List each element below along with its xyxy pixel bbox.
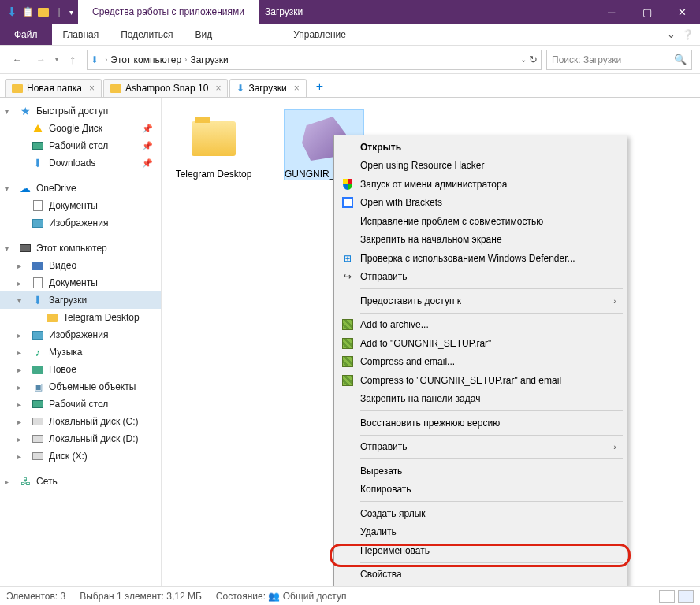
tree-downloads-ru[interactable]: ⬇Загрузки <box>0 291 161 309</box>
address-bar[interactable]: ⬇ › Этот компьютер › Загрузки ⌄ ↻ <box>87 50 542 70</box>
ctx-resource-hacker[interactable]: Open using Resource Hacker <box>337 157 624 176</box>
refresh-icon[interactable]: ↻ <box>529 54 538 65</box>
ctx-share-access[interactable]: Предоставить доступ к› <box>337 291 624 310</box>
ctx-send-to[interactable]: Отправить› <box>337 438 624 457</box>
ctx-defender[interactable]: ⊞Проверка с использованием Windows Defen… <box>337 249 624 268</box>
close-button[interactable]: ✕ <box>665 0 700 24</box>
tree-onedrive[interactable]: ☁OneDrive <box>0 180 161 197</box>
chevron-right-icon[interactable]: › <box>184 55 187 64</box>
folder-icon <box>12 84 23 93</box>
tree-desktop2[interactable]: Рабочий стол <box>0 395 161 413</box>
tab-label: Загрузки <box>248 83 286 94</box>
status-state: Состояние: 👥 Общий доступ <box>216 591 347 602</box>
navigation-tree: ★Быстрый доступ Google Диск📌 Рабочий сто… <box>0 98 162 586</box>
menu-share[interactable]: Поделиться <box>110 24 184 45</box>
menu-file[interactable]: Файл <box>0 24 52 45</box>
menu-view[interactable]: Вид <box>184 24 223 45</box>
tree-new[interactable]: Новое <box>0 361 161 378</box>
minimize-button[interactable]: ─ <box>594 0 629 24</box>
shield-icon <box>341 177 355 191</box>
nav-up-button[interactable]: ↑ <box>63 50 82 69</box>
download-icon: ⬇ <box>91 54 102 65</box>
tree-this-pc[interactable]: Этот компьютер <box>0 239 161 257</box>
tree-desktop[interactable]: Рабочий стол📌 <box>0 137 161 154</box>
tree-music[interactable]: ♪Музыка <box>0 343 161 361</box>
tree-3d-objects[interactable]: ▣Объемные объекты <box>0 378 161 395</box>
tree-video[interactable]: Видео <box>0 257 161 274</box>
tree-disk-x[interactable]: Диск (X:) <box>0 447 161 465</box>
ctx-add-archive[interactable]: Add to archive... <box>337 316 624 335</box>
ribbon-context-label: Средства работы с приложениями <box>78 0 259 24</box>
ctx-create-shortcut[interactable]: Создать ярлык <box>337 504 624 523</box>
ctx-delete[interactable]: Удалить <box>337 523 624 542</box>
titlebar: ⬇ 📋 | ▾ Средства работы с приложениями З… <box>0 0 700 24</box>
close-icon[interactable]: × <box>89 83 95 94</box>
tree-documents[interactable]: Документы <box>0 274 161 291</box>
breadcrumb-location[interactable]: Загрузки <box>190 54 228 65</box>
close-icon[interactable]: × <box>294 83 300 94</box>
nav-history-dropdown[interactable]: ▾ <box>55 56 58 63</box>
close-icon[interactable]: × <box>215 83 221 94</box>
tree-downloads-en[interactable]: ⬇Downloads📌 <box>0 154 161 172</box>
music-icon: ♪ <box>32 346 44 358</box>
tree-disk-c[interactable]: Локальный диск (C:) <box>0 413 161 430</box>
document-icon <box>32 277 44 289</box>
ctx-open[interactable]: Открыть <box>337 138 624 157</box>
divider-icon: | <box>52 5 66 19</box>
maximize-button[interactable]: ▢ <box>629 0 665 24</box>
menu-home[interactable]: Главная <box>52 24 110 45</box>
ctx-cut[interactable]: Вырезать <box>337 462 624 481</box>
ribbon-collapse-icon[interactable]: ⌄ <box>667 28 676 40</box>
view-details-button[interactable] <box>659 590 675 603</box>
chevron-right-icon: › <box>613 296 616 306</box>
ctx-pin-start[interactable]: Закрепить на начальном экране <box>337 231 624 250</box>
rar-icon <box>341 317 355 332</box>
search-icon[interactable]: 🔍 <box>674 54 687 65</box>
disk-icon <box>32 415 44 428</box>
folder-icon <box>36 5 50 19</box>
tree-network[interactable]: 🖧Сеть <box>0 473 161 490</box>
help-icon[interactable]: ❔ <box>682 29 694 40</box>
rar-icon <box>341 373 355 388</box>
tree-onedrive-images[interactable]: Изображения <box>0 214 161 232</box>
tab-add-button[interactable]: + <box>308 76 331 97</box>
ctx-send-1[interactable]: ↪Отправить <box>337 268 624 287</box>
ctx-pin-taskbar[interactable]: Закрепить на панели задач <box>337 390 624 409</box>
tree-google-drive[interactable]: Google Диск📌 <box>0 120 161 137</box>
ctx-properties[interactable]: Свойства <box>337 566 624 585</box>
tab-new-folder[interactable]: Новая папка × <box>5 79 102 97</box>
tree-disk-d[interactable]: Локальный диск (D:) <box>0 430 161 447</box>
tree-images[interactable]: Изображения <box>0 326 161 343</box>
file-label: Telegram Desktop <box>174 169 253 180</box>
nav-back-button[interactable]: ← <box>8 50 27 69</box>
ctx-copy[interactable]: Копировать <box>337 481 624 499</box>
ribbon-tabs: Файл Главная Поделиться Вид Управление ⌄… <box>0 24 700 46</box>
breadcrumb-pc[interactable]: Этот компьютер <box>110 54 181 65</box>
tree-quick-access[interactable]: ★Быстрый доступ <box>0 102 161 120</box>
tab-ashampoo[interactable]: Ashampoo Snap 10 × <box>103 79 228 97</box>
tab-label: Новая папка <box>27 83 82 94</box>
download-icon: ⬇ <box>32 157 44 169</box>
tree-onedrive-docs[interactable]: Документы <box>0 197 161 214</box>
onedrive-icon: ☁ <box>19 182 32 195</box>
ctx-compress-rar-email[interactable]: Compress to "GUNGNIR_SETUP.rar" and emai… <box>337 371 624 390</box>
tab-downloads[interactable]: ⬇ Загрузки × <box>229 79 306 97</box>
chevron-right-icon[interactable]: › <box>105 55 107 64</box>
ctx-run-admin[interactable]: Запуск от имени администратора <box>337 175 624 194</box>
ctx-open-brackets[interactable]: Open with Brackets <box>337 194 624 213</box>
ctx-rename[interactable]: Переименовать <box>337 541 624 560</box>
pin-icon: 📌 <box>142 141 153 151</box>
address-dropdown-icon[interactable]: ⌄ <box>520 55 527 64</box>
search-input[interactable]: Поиск: Загрузки 🔍 <box>546 50 692 70</box>
ctx-compress-email[interactable]: Compress and email... <box>337 353 624 372</box>
folder-icon <box>192 121 236 156</box>
view-icons-button[interactable] <box>678 590 694 603</box>
ctx-compat-troubleshoot[interactable]: Исправление проблем с совместимостью <box>337 212 624 231</box>
ctx-add-rar[interactable]: Add to "GUNGNIR_SETUP.rar" <box>337 334 624 353</box>
menu-manage[interactable]: Управление <box>282 24 357 45</box>
file-folder-telegram[interactable]: Telegram Desktop <box>174 110 253 180</box>
qat-dropdown-icon[interactable]: ▾ <box>69 8 73 17</box>
clipboard-icon: 📋 <box>20 5 35 19</box>
tree-telegram[interactable]: Telegram Desktop <box>0 309 161 326</box>
ctx-restore-version[interactable]: Восстановить прежнюю версию <box>337 414 624 432</box>
